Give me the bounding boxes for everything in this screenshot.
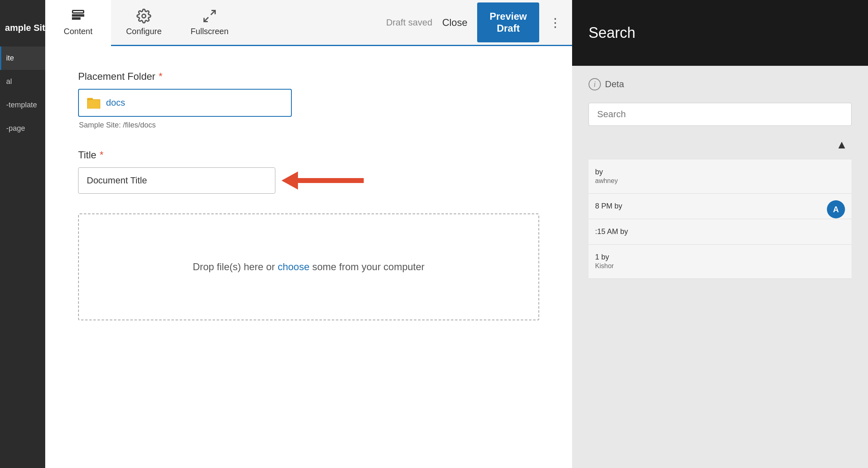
item-3-line1: :15 AM by bbox=[595, 227, 628, 236]
right-panel-items: by awhney 8 PM by A :15 AM by 1 by Kisho… bbox=[589, 160, 852, 279]
folder-icon bbox=[87, 97, 100, 109]
right-panel-detail-row: i Deta bbox=[589, 78, 852, 90]
editor-form: Placement Folder * docs Sample Site: /fi… bbox=[45, 46, 572, 468]
title-required-star: * bbox=[99, 149, 103, 161]
arrow-annotation bbox=[282, 168, 364, 193]
tab-fullscreen[interactable]: Fullscreen bbox=[177, 0, 242, 46]
sidebar-item-al[interactable]: al bbox=[0, 70, 45, 93]
sidebar-item-page[interactable]: -page bbox=[0, 117, 45, 140]
title-label: Title * bbox=[78, 149, 539, 161]
right-panel: Search i Deta ▲ by awhney 8 PM by A :15 … bbox=[572, 0, 868, 468]
toolbar-right: Draft saved Close true PreviewDraft ⋮ bbox=[376, 0, 572, 45]
tab-content[interactable]: Content bbox=[45, 0, 111, 46]
sidebar-site-label: ample Site bbox=[0, 0, 45, 38]
toolbar-spacer bbox=[242, 0, 376, 45]
svg-point-3 bbox=[142, 14, 146, 18]
right-panel-header: Search bbox=[572, 0, 868, 66]
info-icon: i bbox=[589, 78, 601, 90]
nav-up-arrow[interactable]: ▲ bbox=[589, 138, 852, 151]
item-2-line1: 8 PM by bbox=[595, 202, 622, 210]
placement-folder-group: Placement Folder * docs Sample Site: /fi… bbox=[78, 71, 539, 130]
right-panel-item-2: 8 PM by A bbox=[589, 194, 852, 219]
tab-configure[interactable]: Configure bbox=[111, 0, 177, 46]
svg-rect-0 bbox=[73, 11, 84, 13]
item-1-line1: by bbox=[595, 168, 603, 176]
placement-folder-input[interactable]: docs bbox=[78, 89, 292, 117]
fullscreen-icon bbox=[202, 9, 217, 23]
right-panel-item-3: :15 AM by bbox=[589, 219, 852, 245]
sidebar-item-template[interactable]: -template bbox=[0, 93, 45, 117]
avatar-a: A bbox=[827, 200, 845, 218]
svg-rect-1 bbox=[73, 15, 84, 16]
item-4-line2: Kishor bbox=[595, 262, 614, 269]
right-panel-nav: ▲ bbox=[589, 138, 852, 151]
right-panel-item-1: by awhney bbox=[589, 160, 852, 194]
svg-rect-8 bbox=[87, 100, 100, 109]
right-panel-content: i Deta ▲ by awhney 8 PM by A :15 AM by 1… bbox=[572, 66, 868, 291]
sidebar-item-site[interactable]: ite bbox=[0, 46, 45, 70]
svg-line-4 bbox=[211, 11, 215, 15]
svg-rect-2 bbox=[73, 18, 80, 19]
placement-required-star: * bbox=[159, 71, 162, 82]
title-input[interactable] bbox=[78, 167, 275, 194]
svg-marker-11 bbox=[282, 171, 298, 190]
more-options-button[interactable]: ⋮ bbox=[549, 15, 562, 30]
placement-folder-value: docs bbox=[106, 97, 125, 108]
placement-hint: Sample Site: /files/docs bbox=[78, 121, 539, 130]
sidebar: ample Site ite al -template -page bbox=[0, 0, 45, 468]
placement-folder-label: Placement Folder * bbox=[78, 71, 539, 82]
file-drop-zone[interactable]: Drop file(s) here or choose some from yo… bbox=[78, 213, 539, 320]
right-panel-title: Search bbox=[589, 24, 635, 42]
detail-label: Deta bbox=[605, 79, 624, 90]
item-1-line2: awhney bbox=[595, 177, 618, 184]
item-4-line1: 1 by bbox=[595, 253, 609, 261]
sidebar-nav: ite al -template -page bbox=[0, 46, 45, 140]
editor-container: Content Configure Fullscreen Draft saved… bbox=[45, 0, 572, 468]
title-input-wrapper bbox=[78, 167, 275, 194]
right-search-input[interactable] bbox=[589, 103, 852, 126]
drop-zone-label: Drop file(s) here or choose some from yo… bbox=[193, 261, 425, 273]
toolbar: Content Configure Fullscreen Draft saved… bbox=[45, 0, 572, 46]
choose-file-link[interactable]: choose bbox=[278, 261, 309, 272]
gear-icon bbox=[136, 9, 151, 23]
draft-saved-status: Draft saved bbox=[386, 17, 432, 28]
svg-line-5 bbox=[204, 17, 209, 22]
preview-draft-button[interactable]: true PreviewDraft bbox=[477, 2, 539, 43]
close-button[interactable]: Close bbox=[442, 17, 467, 28]
title-group: Title * bbox=[78, 149, 539, 194]
content-icon bbox=[71, 9, 85, 23]
right-panel-item-4: 1 by Kishor bbox=[589, 245, 852, 279]
